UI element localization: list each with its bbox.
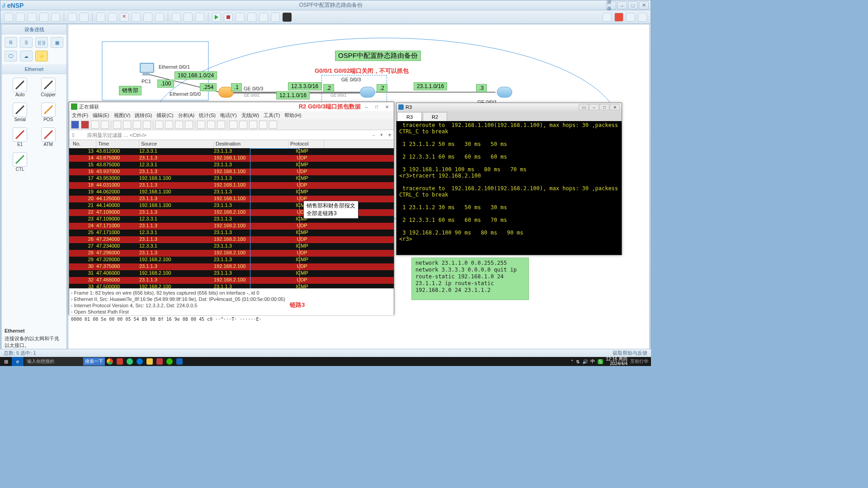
ws-restart-icon[interactable] <box>91 121 99 129</box>
ws-zoomin-icon[interactable] <box>239 121 247 129</box>
tray-wifi-icon[interactable]: ⇅ <box>576 359 580 364</box>
ws-open-icon[interactable] <box>113 121 121 129</box>
filter-add-icon[interactable]: + <box>386 131 394 138</box>
dev-cloud-icon[interactable]: ☁ <box>20 51 33 61</box>
ws-save-icon[interactable] <box>123 121 131 129</box>
tb-help-icon[interactable] <box>603 13 612 22</box>
tb-undo-icon[interactable] <box>68 13 77 22</box>
ws-goto-icon[interactable] <box>185 121 193 129</box>
packet-row[interactable]: 1343.81200012.3.3.123.1.1.3ICMP <box>69 148 394 155</box>
tb-note-icon[interactable] <box>143 13 152 22</box>
tb-fit-icon[interactable] <box>195 13 204 22</box>
ws-autoscroll-icon[interactable] <box>217 121 225 129</box>
tab-r2[interactable]: R2 <box>423 112 447 121</box>
ws-start-capture-icon[interactable] <box>71 121 79 129</box>
tb-chrome-icon[interactable] <box>105 357 115 366</box>
ws-min-button[interactable]: – <box>361 103 371 110</box>
ws-max-button[interactable]: □ <box>372 103 382 110</box>
tray-volume-icon[interactable]: 🔊 <box>582 359 588 364</box>
conn-atm[interactable]: ATM <box>38 127 59 147</box>
packet-row[interactable]: 3047.37500023.1.1.3192.168.2.100UDP <box>69 263 394 270</box>
ws-zoomout-icon[interactable] <box>249 121 257 129</box>
conn-serial[interactable]: Serial <box>10 103 30 122</box>
tb-start-icon[interactable] <box>212 13 221 22</box>
tray-s-icon[interactable]: S <box>598 359 604 364</box>
packet-row[interactable]: 3347.500000192.168.2.10023.1.1.3ICMP <box>69 284 394 288</box>
ws-menu-item[interactable]: 电话(Y) <box>220 112 237 119</box>
max-button[interactable]: □ <box>628 1 638 9</box>
tb-capture-icon[interactable] <box>236 13 245 22</box>
col-no[interactable]: No. <box>71 140 96 148</box>
tb-grid-icon[interactable] <box>271 13 280 22</box>
tb-wechat-icon[interactable] <box>165 357 175 366</box>
packet-row[interactable]: 2447.17100023.1.1.3192.168.2.100UDP <box>69 223 394 230</box>
tray-chevron-icon[interactable]: ˄ <box>571 359 573 364</box>
min-button[interactable]: – <box>617 1 627 9</box>
tb-layers-icon[interactable] <box>259 13 268 22</box>
packet-row[interactable]: 3247.46800023.1.1.3192.168.2.100UDP <box>69 277 394 284</box>
filter-apply-icon[interactable]: → <box>369 132 377 138</box>
tb-explorer-icon[interactable] <box>145 357 155 366</box>
ws-menu-item[interactable]: 无线(W) <box>241 112 259 119</box>
tray-ime-icon[interactable]: 中 <box>590 358 595 365</box>
filter-dropdown-icon[interactable]: ▾ <box>377 132 386 138</box>
ws-close-button[interactable]: ✕ <box>382 103 392 110</box>
col-source[interactable]: Source <box>139 140 214 148</box>
r3-options-button[interactable]: ▭ <box>579 104 589 110</box>
ws-last-icon[interactable] <box>207 121 215 129</box>
r3-close-button[interactable]: ✕ <box>610 104 620 110</box>
ws-menu-item[interactable]: 分析(A) <box>178 112 195 119</box>
display-filter-input[interactable] <box>77 131 369 140</box>
tb-delete-icon[interactable] <box>120 13 129 22</box>
packet-row[interactable]: 2547.17100012.3.3.123.1.1.3ICMP <box>69 230 394 236</box>
dev-router-icon[interactable]: R <box>5 37 17 48</box>
tb-hand-icon[interactable] <box>108 13 117 22</box>
tb-save-icon[interactable] <box>28 13 37 22</box>
tb-palette-icon[interactable] <box>155 13 164 22</box>
tb-stop-icon[interactable] <box>224 13 233 22</box>
ws-options-icon[interactable] <box>101 121 109 129</box>
ws-find-icon[interactable] <box>155 121 163 129</box>
ws-menu-item[interactable]: 跳转(G) <box>135 112 152 119</box>
packet-row[interactable]: 1944.062000192.168.1.10023.1.1.3ICMP <box>69 189 394 196</box>
ws-zoom100-icon[interactable] <box>259 121 267 129</box>
filter-bookmark-icon[interactable]: ▯ <box>69 132 77 138</box>
ws-menu-item[interactable]: 视图(V) <box>114 112 131 119</box>
dev-wlan-icon[interactable]: ((·)) <box>35 37 48 48</box>
packet-row[interactable]: 1543.87500012.3.3.123.1.1.3ICMP <box>69 162 394 169</box>
dev-pc-icon[interactable]: 🖵 <box>5 51 17 61</box>
ws-close-file-icon[interactable] <box>133 121 141 129</box>
ws-next-icon[interactable] <box>175 121 183 129</box>
tb-open-icon[interactable] <box>16 13 25 22</box>
conn-copper[interactable]: Copper <box>38 78 59 97</box>
tb-dark-icon[interactable] <box>283 13 292 22</box>
status-help-link[interactable]: 获取帮助与反馈 <box>613 350 647 357</box>
tb-saveas-icon[interactable] <box>39 13 48 22</box>
conn-pos[interactable]: POS <box>38 103 59 122</box>
tb-about-icon[interactable] <box>638 13 647 22</box>
tab-r3[interactable]: R3 <box>397 112 422 121</box>
tb-wps-icon[interactable] <box>115 357 125 366</box>
tb-ensp-icon[interactable] <box>155 357 165 366</box>
dev-fw-icon[interactable]: ▦ <box>51 37 63 48</box>
ws-menu-item[interactable]: 文件(F) <box>72 112 88 119</box>
tb-redo-icon[interactable] <box>80 13 89 22</box>
packet-row[interactable]: 1643.93700023.1.1.3192.168.1.100UDP <box>69 169 394 175</box>
tb-cli-icon[interactable] <box>247 13 256 22</box>
system-tray[interactable]: ˄ ⇅ 🔊 中 S 12:16 周四 2024/4/4 至前行华 <box>571 357 651 366</box>
conn-ctl[interactable]: CTL <box>10 152 30 172</box>
col-protocol[interactable]: Protocol <box>288 140 325 148</box>
pc1-node[interactable] <box>138 63 154 76</box>
ws-menu-item[interactable]: 工具(T) <box>264 112 280 119</box>
packet-row[interactable]: 1844.03100023.1.1.3192.168.1.100UDP <box>69 182 394 189</box>
packet-row[interactable]: 1443.87500023.1.1.3192.168.1.100UDP <box>69 155 394 162</box>
conn-auto[interactable]: Auto <box>10 78 30 97</box>
tb-pointer-icon[interactable] <box>96 13 105 22</box>
tb-huawei-icon[interactable] <box>614 13 623 22</box>
ws-menu-item[interactable]: 帮助(H) <box>284 112 301 119</box>
ws-menu-item[interactable]: 统计(S) <box>199 112 216 119</box>
packet-row[interactable]: 1743.953000192.168.1.10023.1.1.3ICMP <box>69 175 394 182</box>
router-r3[interactable] <box>497 87 512 98</box>
dev-link-icon[interactable]: ⚡ <box>35 51 48 61</box>
tb-edge-icon[interactable] <box>135 357 145 366</box>
